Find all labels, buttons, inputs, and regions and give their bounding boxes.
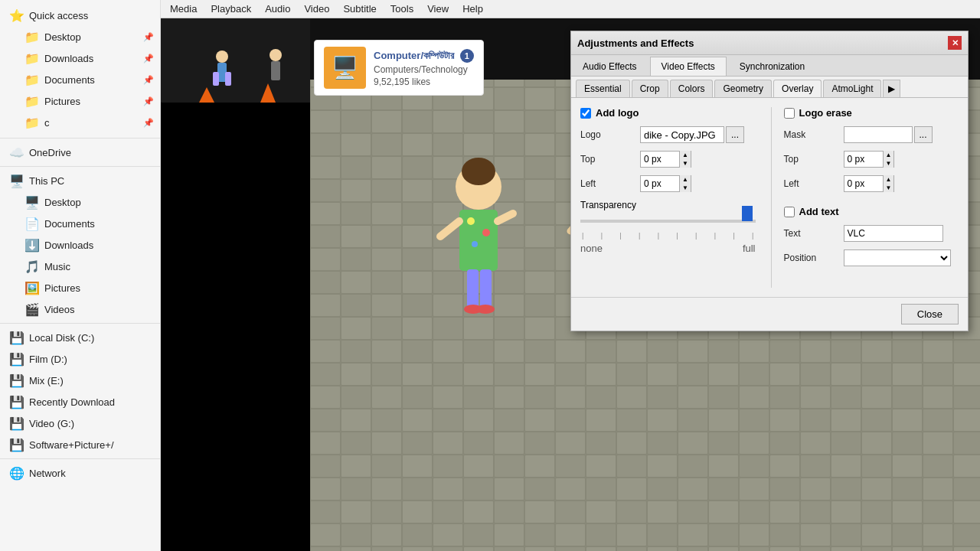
svg-point-21 — [482, 229, 490, 236]
mask-left-spinners: ▲ ▼ — [883, 175, 894, 192]
logo-left-row: Left 0 px ▲ ▼ — [580, 175, 756, 192]
menu-subtitle[interactable]: Subtitle — [337, 2, 382, 16]
dialog-titlebar: Adjustments and Effects ✕ — [571, 31, 968, 55]
logo-left-up[interactable]: ▲ — [680, 175, 691, 184]
menu-tools[interactable]: Tools — [384, 2, 420, 16]
fb-sub: Computers/Technology — [374, 64, 474, 75]
sidebar-item-downloads-pc[interactable]: ⬇️ Downloads — [0, 234, 160, 256]
position-label: Position — [784, 253, 838, 263]
add-logo-row: Add logo — [580, 107, 756, 119]
menu-view[interactable]: View — [421, 2, 455, 16]
mask-top-up[interactable]: ▲ — [884, 151, 894, 159]
mask-field[interactable] — [844, 126, 913, 143]
sidebar-item-video-g[interactable]: 💾 Video (G:) — [0, 412, 160, 434]
logo-top-down[interactable]: ▼ — [680, 159, 691, 168]
sub-tab-essential[interactable]: Essential — [576, 80, 630, 97]
transparency-slider[interactable] — [580, 214, 756, 229]
sidebar-item-onedrive[interactable]: ☁️ OneDrive — [0, 142, 160, 163]
sidebar-item-desktop-pc[interactable]: 🖥️ Desktop — [0, 191, 160, 213]
mask-left-up[interactable]: ▲ — [884, 175, 894, 184]
sidebar-item-c-quick[interactable]: 📁 c 📌 — [0, 112, 160, 133]
sidebar-item-network[interactable]: 🌐 Network — [0, 462, 160, 484]
logo-top-field[interactable]: 0 px — [641, 152, 679, 167]
dialog-sub-tabs: Essential Crop Colors Geometry Overlay A… — [571, 77, 968, 98]
sidebar-item-documents-quick[interactable]: 📁 Documents 📌 — [0, 69, 160, 90]
logo-top-input: 0 px ▲ ▼ — [640, 151, 691, 168]
logo-left-down[interactable]: ▼ — [680, 184, 691, 192]
tab-synchronization[interactable]: Synchronization — [728, 57, 816, 76]
folder-icon: 📁 — [24, 73, 40, 87]
documents-icon: 📄 — [24, 217, 40, 231]
sidebar-item-videos-pc[interactable]: 🎬 Videos — [0, 298, 160, 320]
sub-tab-crop[interactable]: Crop — [632, 80, 668, 97]
mask-top-field[interactable]: 0 px — [844, 152, 883, 167]
mask-left-label: Left — [784, 178, 838, 189]
text-label: Text — [784, 228, 838, 239]
logo-browse-button[interactable]: ... — [726, 126, 744, 143]
sidebar-item-this-pc[interactable]: 🖥️ This PC — [0, 170, 160, 191]
sidebar: ⭐ Quick access 📁 Desktop 📌 📁 Downloads 📌… — [0, 0, 161, 551]
sub-tab-next-arrow[interactable]: ▶ — [883, 80, 900, 97]
sidebar-item-downloads-quick[interactable]: 📁 Downloads 📌 — [0, 47, 160, 69]
logo-erase-checkbox[interactable] — [784, 108, 795, 119]
sidebar-item-mix-e[interactable]: 💾 Mix (E:) — [0, 370, 160, 391]
menu-help[interactable]: Help — [456, 2, 489, 16]
mask-top-spinners: ▲ ▼ — [883, 151, 894, 168]
menu-video[interactable]: Video — [298, 2, 335, 16]
folder-icon: 📁 — [24, 94, 40, 109]
divider — [0, 458, 160, 459]
mask-browse-button[interactable]: ... — [914, 126, 933, 143]
svg-rect-19 — [459, 210, 498, 271]
drive-icon: 💾 — [9, 373, 24, 388]
logo-file-field: dike - Copy.JPG — [640, 126, 724, 143]
logo-left-field[interactable]: 0 px — [641, 176, 679, 191]
pin-icon: 📌 — [143, 75, 154, 85]
position-select[interactable]: Top Left Top Right Bottom Left Bottom Ri… — [844, 250, 950, 266]
svg-rect-26 — [480, 269, 492, 308]
dialog-close-button[interactable]: ✕ — [948, 36, 962, 50]
desktop-icon: 🖥️ — [24, 195, 40, 210]
sidebar-item-music-pc[interactable]: 🎵 Music — [0, 256, 160, 277]
tab-audio-effects[interactable]: Audio Effects — [571, 57, 648, 76]
network-icon: 🌐 — [9, 466, 24, 481]
sub-tab-geometry[interactable]: Geometry — [714, 80, 772, 97]
mask-left-field[interactable]: 0 px — [844, 176, 883, 191]
sidebar-quick-access-header[interactable]: ⭐ Quick access — [0, 5, 160, 26]
sidebar-item-documents-pc[interactable]: 📄 Documents — [0, 213, 160, 234]
sidebar-item-film-d[interactable]: 💾 Film (D:) — [0, 348, 160, 370]
divider — [0, 323, 160, 324]
sidebar-item-recently-download[interactable]: 💾 Recently Download — [0, 391, 160, 412]
slider-ticks: | | | | | | | | | | — [580, 232, 756, 240]
svg-rect-8 — [271, 61, 280, 80]
svg-point-28 — [476, 305, 495, 314]
add-logo-checkbox[interactable] — [580, 108, 591, 119]
folder-icon: 📁 — [24, 30, 40, 44]
sidebar-item-pictures-pc[interactable]: 🖼️ Pictures — [0, 277, 160, 298]
mask-top-input: 0 px ▲ ▼ — [844, 151, 895, 168]
sub-tab-atmolight[interactable]: AtmoLight — [823, 80, 881, 97]
menu-audio[interactable]: Audio — [259, 2, 296, 16]
add-text-row: Add text — [784, 206, 959, 217]
menu-media[interactable]: Media — [164, 2, 203, 16]
mask-left-down[interactable]: ▼ — [884, 184, 894, 192]
sidebar-item-local-disk-c[interactable]: 💾 Local Disk (C:) — [0, 327, 160, 348]
tab-video-effects[interactable]: Video Effects — [650, 57, 727, 76]
sub-tab-colors[interactable]: Colors — [670, 80, 714, 97]
sidebar-item-software-picture[interactable]: 💾 Software+Picture+/ — [0, 434, 160, 455]
sidebar-item-pictures-quick[interactable]: 📁 Pictures 📌 — [0, 90, 160, 112]
add-text-checkbox[interactable] — [784, 207, 795, 217]
quick-access-section: ⭐ Quick access 📁 Desktop 📌 📁 Downloads 📌… — [0, 3, 160, 135]
divider — [0, 166, 160, 167]
logo-top-up[interactable]: ▲ — [680, 151, 691, 159]
menu-playback[interactable]: Playback — [204, 2, 257, 16]
sidebar-item-desktop-quick[interactable]: 📁 Desktop 📌 — [0, 26, 160, 47]
mask-top-down[interactable]: ▼ — [884, 159, 894, 168]
sub-tab-overlay[interactable]: Overlay — [773, 80, 822, 97]
slider-labels: none full — [580, 243, 756, 254]
quick-access-label: Quick access — [29, 10, 154, 21]
text-field[interactable]: VLC — [844, 225, 943, 242]
onedrive-icon: ☁️ — [9, 145, 24, 160]
close-button[interactable]: Close — [901, 304, 959, 324]
svg-point-18 — [462, 158, 495, 185]
logo-left-spinners: ▲ ▼ — [679, 175, 691, 192]
